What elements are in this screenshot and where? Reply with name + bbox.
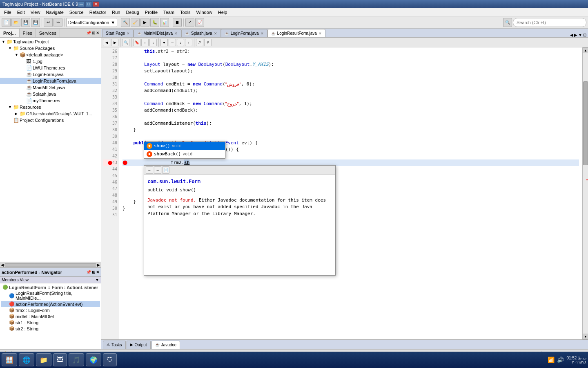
nav-maximize-icon[interactable]: ⊞	[92, 270, 95, 274]
bottom-tab-tasks[interactable]: ⚠ Tasks	[103, 341, 126, 349]
nav-close-icon[interactable]: ✕	[96, 270, 99, 274]
search-input[interactable]	[517, 20, 583, 25]
find-button[interactable]: 🔍	[122, 39, 129, 46]
javadoc-open-button[interactable]: 📄	[162, 166, 169, 174]
panel-maximize-icon[interactable]: ⊞	[92, 31, 95, 35]
tree-item-lwuitheme[interactable]: 📄 LWUITheme.res	[0, 65, 101, 71]
tab-mainmidlet[interactable]: ☕ MainMIDlet.java ✕	[134, 29, 181, 37]
right-scrollbar[interactable]: ▲ ▼	[582, 47, 588, 339]
editor-forward-button[interactable]: ▶	[111, 39, 118, 46]
tree-item-1jpg[interactable]: 🖼 1.jpg	[0, 58, 101, 65]
menu-profile[interactable]: Profile	[143, 9, 160, 16]
menu-source[interactable]: Source	[67, 9, 86, 16]
save-all-button[interactable]: 💾	[31, 18, 40, 27]
tree-item-default-package[interactable]: ▼ 📦 <default package>	[0, 52, 101, 58]
bottom-tab-javadoc[interactable]: ☕ Javadoc	[151, 341, 180, 349]
tree-item-loginresultform[interactable]: ☕ LoginResultForm.java	[0, 78, 101, 84]
clean-button[interactable]: 🧹	[131, 18, 140, 27]
taskbar-app-button[interactable]: 🛡	[103, 353, 117, 366]
tab-loginresultform-close[interactable]: ✕	[318, 31, 322, 36]
close-button[interactable]: ✕	[93, 1, 99, 7]
tab-splash[interactable]: ☕ Splash.java ✕	[181, 29, 221, 37]
stop-button[interactable]: ⏹	[173, 18, 182, 27]
javadoc-forward-button[interactable]: →	[154, 166, 161, 174]
prev-bookmark-button[interactable]: ↑	[141, 39, 149, 46]
tab-splash-close[interactable]: ✕	[214, 31, 217, 36]
left-scroll-right[interactable]: ▶	[97, 263, 100, 267]
panel-pin-icon[interactable]: 📌	[86, 31, 91, 35]
nav-item-frm2[interactable]: 📦 frm2 : LoginForm	[1, 307, 100, 313]
tree-item-mainmidlet[interactable]: ☕ MainMIDlet.java	[0, 84, 101, 91]
panel-tab-files[interactable]: Files	[20, 29, 36, 37]
maximize-button[interactable]: □	[85, 1, 92, 7]
scroll-track[interactable]	[583, 53, 588, 334]
undo-button[interactable]: ↩	[44, 18, 53, 27]
tree-item-resources[interactable]: ▼ 📁 Resources	[0, 104, 101, 110]
save-button[interactable]: 💾	[21, 18, 30, 27]
uncomment-button[interactable]: #	[204, 39, 212, 46]
new-project-button[interactable]: 📄	[2, 18, 11, 27]
tab-start-page-close[interactable]: ✕	[127, 31, 130, 36]
tree-item-mytheme[interactable]: 📄 myTheme.res	[0, 97, 101, 104]
editor-back-button[interactable]: ◀	[103, 39, 110, 46]
ac-item-showback[interactable]: ● showBack() void	[144, 150, 225, 158]
menu-file[interactable]: File	[2, 9, 14, 16]
taskbar-media-button[interactable]: 🎵	[69, 353, 84, 366]
javadoc-back-button[interactable]: ←	[146, 166, 153, 174]
tab-restore-button[interactable]: ⊡	[583, 33, 586, 37]
menu-team[interactable]: Team	[161, 9, 177, 16]
nav-item-constructor[interactable]: 🔵 LoginResultForm(String title, MainMIDl…	[1, 290, 100, 301]
left-scroll-track[interactable]	[4, 263, 96, 267]
toggle-breakpoint-button[interactable]: ●	[160, 39, 168, 46]
left-scroll-left[interactable]: ◀	[1, 263, 4, 267]
nav-class-item[interactable]: 🟢 LoginResultForm :: Form : ActionListen…	[1, 284, 100, 290]
menu-help[interactable]: Help	[216, 9, 230, 16]
scroll-up-button[interactable]: ▲	[583, 47, 588, 53]
tree-item-path[interactable]: ▶ 📁 C:\Users\mahdi\Desktop\LWUIT_1...	[0, 110, 101, 117]
panel-tab-services[interactable]: Services	[36, 29, 60, 37]
tree-item-source-packages[interactable]: ▼ 📁 Source Packages	[0, 45, 101, 52]
tab-mainmidlet-close[interactable]: ✕	[174, 31, 178, 36]
code-content[interactable]: this.str2 = str2; Layout layout = new Bo…	[119, 47, 582, 339]
tree-item-project[interactable]: ▼ 📁 Taghvajou Project	[0, 38, 101, 45]
tab-nav-right[interactable]: ▶	[574, 33, 577, 37]
start-button[interactable]: 🪟	[2, 353, 17, 366]
tree-item-loginform[interactable]: ☕ LoginForm.java	[0, 71, 101, 78]
taskbar-chrome-button[interactable]: 🌍	[86, 353, 101, 366]
panel-close-icon[interactable]: ✕	[96, 31, 99, 35]
nav-item-str2[interactable]: 📦 str2 : String	[1, 325, 100, 332]
debug-button[interactable]: 🐛	[150, 18, 159, 27]
comment-button[interactable]: //	[196, 39, 203, 46]
menu-tools[interactable]: Tools	[178, 9, 193, 16]
nav-item-str1[interactable]: 📦 str1 : String	[1, 319, 100, 325]
scroll-thumb[interactable]	[583, 81, 588, 166]
search-field[interactable]	[513, 18, 586, 27]
tree-item-splash[interactable]: ☕ Splash.java	[0, 91, 101, 97]
profile-button[interactable]: 📊	[160, 18, 169, 27]
tab-loginresultform[interactable]: ☕ LoginResultForm.java ✕	[267, 29, 325, 37]
nav-pin-icon[interactable]: 📌	[86, 270, 91, 274]
taskbar-photos-button[interactable]: 🖼	[53, 353, 67, 366]
tab-list-button[interactable]: ▼	[578, 33, 582, 37]
ac-item-show[interactable]: ● show() void	[144, 142, 225, 150]
tree-item-configs[interactable]: 📋 Project Configurations	[0, 117, 101, 123]
menu-debug[interactable]: Debug	[123, 9, 141, 16]
menu-window[interactable]: Window	[194, 9, 215, 16]
test-button[interactable]: ✓	[185, 18, 194, 27]
search-icon[interactable]: 🔍	[503, 18, 512, 27]
coverage-button[interactable]: 📈	[195, 18, 204, 27]
left-scrollbar[interactable]: ◀ ▶	[0, 262, 101, 267]
menu-view[interactable]: View	[28, 9, 43, 16]
menu-edit[interactable]: Edit	[15, 9, 27, 16]
redo-button[interactable]: ↪	[53, 18, 62, 27]
autocomplete-popup[interactable]: ● show() void ● showBack() void	[144, 141, 225, 159]
minimize-button[interactable]: —	[78, 1, 85, 7]
tab-loginform-close[interactable]: ✕	[261, 31, 264, 36]
scroll-down-button[interactable]: ▼	[583, 334, 588, 339]
config-dropdown[interactable]: DefaultConfiguration ▼	[66, 18, 117, 27]
toggle-bookmark-button[interactable]: 🔖	[133, 39, 140, 46]
taskbar-explorer-button[interactable]: 📁	[36, 353, 51, 366]
open-project-button[interactable]: 📂	[11, 18, 20, 27]
nav-item-actionperformed[interactable]: 🔴 actionPerformed(ActionEvent evt)	[1, 301, 100, 307]
tab-loginform[interactable]: ☕ LoginForm.java ✕	[221, 29, 267, 37]
